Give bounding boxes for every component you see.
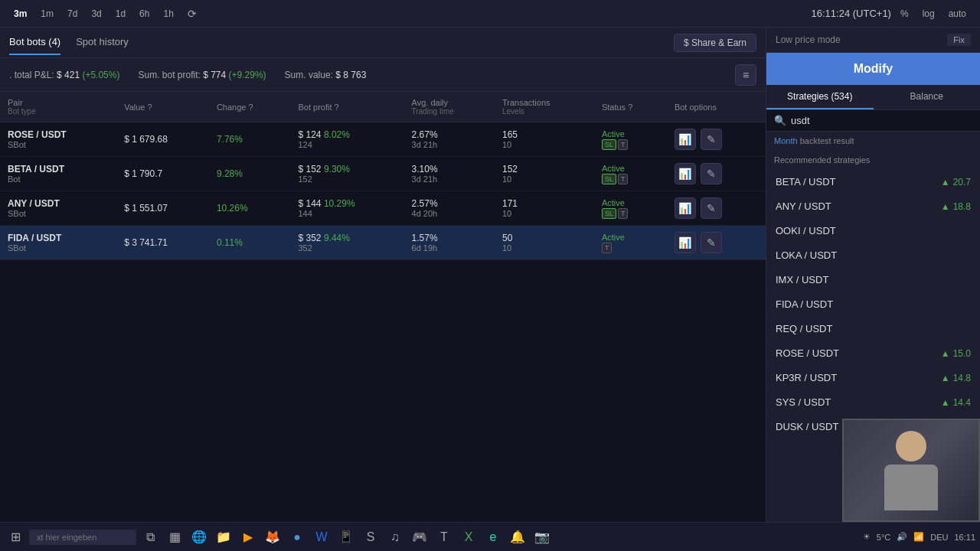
- timeframe-3m[interactable]: 3m: [9, 7, 31, 21]
- bot-profit: Sum. bot profit: $ 774 (+9.29%): [138, 70, 266, 80]
- cell-avg-daily: 3.10% 3d 21h: [404, 157, 495, 191]
- strategy-item[interactable]: LOKA / USDT: [766, 243, 980, 268]
- edit-button[interactable]: ✎: [701, 197, 722, 219]
- strategy-pair: BETA / USDT: [776, 176, 836, 187]
- cell-pair: FIDA / USDT SBot: [0, 226, 116, 260]
- taskbar-app7-icon[interactable]: 📷: [531, 527, 553, 548]
- taskbar-excel-icon[interactable]: X: [458, 527, 479, 548]
- modify-button[interactable]: Modify: [766, 53, 980, 85]
- refresh-button[interactable]: ⟳: [183, 6, 201, 21]
- pct-toggle[interactable]: %: [896, 7, 913, 21]
- strategy-pair: REQ / USDT: [776, 323, 832, 334]
- strategy-item[interactable]: FIDA / USDT: [766, 292, 980, 317]
- strategy-item[interactable]: BETA / USDT ▲ 20.7: [766, 170, 980, 194]
- taskbar-app3-icon[interactable]: ♫: [384, 527, 406, 548]
- cell-avg-daily: 2.67% 3d 21h: [404, 122, 495, 157]
- edit-button[interactable]: ✎: [701, 163, 722, 184]
- lang-indicator: DEU: [930, 533, 948, 542]
- timeframe-1d[interactable]: 1d: [111, 7, 130, 21]
- chart-button[interactable]: 📊: [675, 163, 696, 184]
- bots-table-container: Pair Bot type Value ? Change ? Bot profi…: [0, 92, 766, 522]
- backtest-label: Month backtest result: [766, 132, 980, 151]
- timeframe-6h[interactable]: 6h: [135, 7, 154, 21]
- strategy-item[interactable]: OOKI / USDT: [766, 219, 980, 243]
- strategies-tabs: Strategies (534) Balance: [766, 85, 980, 110]
- strategy-item[interactable]: ANY / USDT ▲ 18.8: [766, 194, 980, 219]
- col-pair: Pair Bot type: [0, 92, 116, 122]
- strategy-item[interactable]: REQ / USDT: [766, 317, 980, 341]
- chart-button[interactable]: 📊: [675, 129, 696, 150]
- table-row[interactable]: BETA / USDT Bot $ 1 790.7 9.28% $ 152 9.…: [0, 157, 766, 191]
- cell-profit: $ 144 10.29% 144: [291, 191, 404, 226]
- taskbar-edge-icon[interactable]: e: [482, 527, 504, 548]
- share-earn-button[interactable]: $ Share & Earn: [674, 34, 756, 52]
- taskbar-app5-icon[interactable]: T: [433, 527, 455, 548]
- cell-bot-options: 📊 ✎: [667, 157, 766, 191]
- strategy-item[interactable]: KP3R / USDT ▲ 14.8: [766, 366, 980, 390]
- recommended-strategies-label: Recommended strategies: [766, 151, 980, 170]
- strategy-pair: ANY / USDT: [776, 201, 831, 212]
- chart-button[interactable]: 📊: [675, 232, 696, 253]
- arrow-up-icon: ▲: [941, 177, 950, 187]
- taskbar-browser-icon[interactable]: 🌐: [188, 527, 210, 548]
- strategy-pair: OOKI / USDT: [776, 225, 836, 236]
- cell-bot-options: 📊 ✎: [667, 191, 766, 226]
- webcam-video: [844, 420, 978, 520]
- chart-button[interactable]: 📊: [675, 197, 696, 219]
- person-silhouette: [884, 431, 938, 510]
- cell-profit: $ 352 9.44% 352: [291, 226, 404, 260]
- table-row[interactable]: FIDA / USDT SBot $ 3 741.71 0.11% $ 352 …: [0, 226, 766, 260]
- auto-toggle[interactable]: auto: [944, 7, 971, 21]
- strategy-pair: FIDA / USDT: [776, 298, 833, 310]
- table-row[interactable]: ROSE / USDT SBot $ 1 679.68 7.76% $ 124 …: [0, 122, 766, 157]
- sum-value: Sum. value: $ 8 763: [285, 70, 367, 80]
- taskbar-app1-icon[interactable]: 📱: [335, 527, 357, 548]
- settings-icon[interactable]: ≡: [735, 64, 756, 86]
- table-row[interactable]: ANY / USDT SBot $ 1 551.07 10.26% $ 144 …: [0, 191, 766, 226]
- left-panel: Bot bots (4) Spot history $ Share & Earn…: [0, 28, 766, 522]
- cell-value: $ 1 679.68: [116, 122, 209, 157]
- strategy-item[interactable]: ROSE / USDT ▲ 15.0: [766, 341, 980, 366]
- timeframe-1h[interactable]: 1h: [158, 7, 178, 21]
- top-bar: 3m 1m 7d 3d 1d 6h 1h ⟳ 16:11:24 (UTC+1) …: [0, 0, 980, 28]
- taskbar-app4-icon[interactable]: 🎮: [409, 527, 430, 548]
- start-button[interactable]: ⊞: [5, 527, 26, 548]
- cell-profit: $ 152 9.30% 152: [291, 157, 404, 191]
- search-icon: 🔍: [774, 115, 786, 126]
- cell-change: 0.11%: [209, 226, 291, 260]
- taskbar-widgets-icon[interactable]: ▦: [164, 527, 185, 548]
- taskbar-search[interactable]: [29, 530, 136, 545]
- person-body: [884, 465, 938, 510]
- taskbar-firefox-icon[interactable]: 🦊: [262, 527, 283, 548]
- tab-strategies[interactable]: Strategies (534): [766, 85, 874, 109]
- taskbar-word-icon[interactable]: W: [311, 527, 332, 548]
- cell-avg-daily: 2.57% 4d 20h: [404, 191, 495, 226]
- taskbar-vlc-icon[interactable]: ▶: [237, 527, 259, 548]
- timeframe-7d[interactable]: 7d: [63, 7, 82, 21]
- cell-status: Active T: [594, 226, 667, 260]
- edit-button[interactable]: ✎: [701, 232, 722, 253]
- tab-spot-history[interactable]: Spot history: [76, 30, 129, 55]
- edit-button[interactable]: ✎: [701, 129, 722, 150]
- log-toggle[interactable]: log: [918, 7, 939, 21]
- cell-status: Active SLT: [594, 157, 667, 191]
- col-status: Status ?: [594, 92, 667, 122]
- taskbar-right: ☀ 5°C 🔊 📶 DEU 16:11: [863, 532, 975, 542]
- taskbar-chrome-icon[interactable]: ●: [286, 527, 308, 548]
- task-view-icon[interactable]: ⧉: [139, 527, 161, 548]
- taskbar-file-icon[interactable]: 📁: [213, 527, 234, 548]
- timeframe-1m[interactable]: 1m: [36, 7, 58, 21]
- strategy-item[interactable]: SYS / USDT ▲ 14.4: [766, 390, 980, 415]
- timeframe-3d[interactable]: 3d: [87, 7, 106, 21]
- taskbar-app6-icon[interactable]: 🔔: [507, 527, 528, 548]
- strategy-gain: ▲ 14.8: [941, 373, 971, 383]
- tab-bot-bots[interactable]: Bot bots (4): [9, 30, 60, 55]
- taskbar-app2-icon[interactable]: S: [360, 527, 381, 548]
- tab-balance[interactable]: Balance: [874, 85, 981, 109]
- strategy-search-input[interactable]: [791, 115, 972, 126]
- cell-transactions: 50 10: [495, 226, 594, 260]
- strategy-pair: KP3R / USDT: [776, 372, 837, 383]
- taskbar-clock: 16:11: [954, 533, 975, 542]
- strategy-item[interactable]: IMX / USDT: [766, 268, 980, 292]
- strategy-gain: ▲ 14.4: [941, 397, 971, 408]
